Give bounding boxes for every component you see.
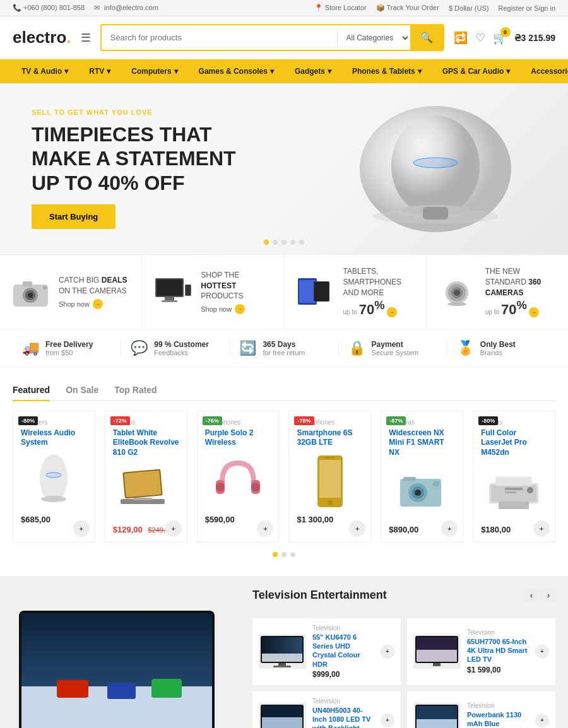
currency-selector[interactable]: $ Dollar (US) (449, 4, 489, 12)
featured-section: Featured On Sale Top Rated Speakers Wire… (0, 367, 568, 570)
tv-info-2: Television 65UH7700 65-Inch 4K Ultra HD … (467, 629, 529, 674)
add-to-cart-button[interactable]: + (165, 520, 182, 537)
chevron-down-icon: ▾ (174, 67, 178, 76)
tab-top-rated[interactable]: Top Rated (114, 380, 157, 401)
promo-card-hottest[interactable]: SHOP THE HOTTEST PRODUCTS Shop now → (142, 255, 284, 329)
wishlist-icon[interactable]: ♡ (475, 31, 485, 45)
tv-add-cart-2[interactable]: + (535, 645, 549, 659)
hero-title-line1: TIMEPIECES THAT (32, 122, 536, 146)
promo-cards: CATCH BIG DEALS ON THE CAMERAS Shop now … (0, 254, 568, 330)
discount-badge: -67% (386, 416, 406, 425)
promo-tablets-text: TABLETS, SMARTPHONES AND MORE up to 70% … (343, 266, 416, 318)
featured-tabs: Featured On Sale Top Rated (13, 380, 555, 401)
category-select[interactable]: All Categories (338, 27, 410, 49)
svg-rect-83 (417, 719, 457, 728)
svg-point-28 (41, 496, 66, 502)
discount-badge: -80% (18, 416, 38, 425)
product-actions: + (165, 520, 182, 537)
product-card-printer[interactable]: Printers Full Color LaserJet Pro M452dn … (473, 411, 555, 543)
hero-cta-button[interactable]: Start Buying (32, 204, 115, 229)
compare-icon[interactable]: 🔁 (454, 31, 468, 45)
logo-dot: . (66, 28, 71, 47)
track-order[interactable]: 📦 Track Your Order (376, 4, 439, 12)
auth-links: Register or Sign in (498, 4, 555, 12)
add-to-cart-button[interactable]: + (257, 520, 273, 537)
tv-add-cart-1[interactable]: + (381, 645, 394, 659)
hero-dot-3[interactable] (281, 240, 287, 245)
cart-icon[interactable]: 🛒 0 (493, 31, 507, 45)
feature-customer: 💬 99 % Customer Feedbacks (121, 340, 230, 356)
add-to-cart-button[interactable]: + (349, 520, 365, 537)
product-card-laptop[interactable]: Laptops Tablet White EliteBook Revolve 8… (105, 411, 187, 543)
add-to-cart-button[interactable]: + (73, 520, 90, 537)
truck-icon: 🚚 (22, 340, 39, 356)
tv-prev-button[interactable]: ‹ (524, 589, 538, 602)
product-card-speaker[interactable]: Speakers Wireless Audio System -80% $685… (13, 411, 95, 543)
feature-brands-text: Only Best Brands (480, 340, 516, 356)
logo[interactable]: electro. (13, 28, 71, 47)
nav-tv-audio[interactable]: TV & Audio ▾ (13, 59, 77, 83)
store-locator[interactable]: 📍 Store Locator (314, 4, 367, 12)
search-button[interactable]: 🔍 (410, 25, 443, 50)
svg-rect-61 (151, 679, 182, 698)
hamburger-menu[interactable]: ☰ (81, 31, 91, 45)
tv-card-4[interactable]: Television Powerbank 1130 mAh Blue $1 88… (407, 691, 555, 728)
product-card-camera[interactable]: Cameras Widescreen NX Mini F1 SMART NX -… (381, 411, 463, 543)
tv-add-cart-4[interactable]: + (535, 713, 549, 727)
add-to-cart-button[interactable]: + (441, 520, 458, 537)
feature-delivery: 🚚 Free Delivery from $50 (13, 340, 121, 356)
hero-subtitle: SELL TO GET WHAT YOU LOVE (32, 109, 536, 116)
product-card-headphones[interactable]: Headphones Purple Solo 2 Wireless -76% $… (197, 411, 280, 543)
register-link[interactable]: Register (498, 4, 524, 12)
svg-point-11 (43, 286, 47, 290)
hero-dot-1[interactable] (264, 240, 269, 245)
hero-dot-5[interactable] (299, 240, 304, 245)
product-dot-1[interactable] (273, 552, 278, 557)
nav-computers[interactable]: Computers ▾ (122, 59, 186, 83)
nav-gadgets[interactable]: Gadgets ▾ (286, 59, 340, 83)
tv-image-side (0, 576, 240, 728)
svg-point-37 (251, 483, 260, 491)
product-dot-3[interactable] (290, 552, 295, 557)
product-dot-2[interactable] (281, 552, 287, 557)
promo-card-cameras[interactable]: CATCH BIG DEALS ON THE CAMERAS Shop now … (0, 255, 142, 329)
svg-rect-75 (417, 637, 457, 650)
hero-dot-4[interactable] (290, 240, 295, 245)
svg-rect-69 (262, 654, 302, 662)
product-card-smartphone[interactable]: Smartphones Smartphone 6S 32GB LTE -78% … (288, 411, 371, 543)
header: electro. ☰ All Categories 🔍 🔁 ♡ 🛒 0 ₴3 2… (0, 16, 568, 59)
promo-hottest-text: SHOP THE HOTTEST PRODUCTS Shop now → (201, 270, 273, 314)
svg-rect-15 (162, 300, 177, 302)
svg-rect-33 (133, 498, 152, 500)
tv-next-button[interactable]: › (541, 589, 555, 602)
tv-card-2[interactable]: Television 65UH7700 65-Inch 4K Ultra HD … (407, 618, 555, 685)
product-name: Purple Solo 2 Wireless (205, 428, 271, 448)
product-actions: + (257, 520, 273, 537)
search-input[interactable] (102, 27, 337, 48)
tv-add-cart-3[interactable]: + (381, 713, 394, 727)
promo-hottest-shop[interactable]: Shop now → (201, 304, 273, 314)
nav-rtv[interactable]: RTV ▾ (80, 59, 119, 83)
promo-camera-shop[interactable]: Shop now → (59, 299, 131, 309)
arrow-icon: → (235, 304, 245, 314)
nav-phones[interactable]: Phones & Tablets ▾ (343, 59, 430, 83)
hero-dot-2[interactable] (273, 240, 278, 245)
signin-link[interactable]: Sign in (534, 4, 555, 12)
tab-featured[interactable]: Featured (13, 380, 50, 401)
tab-on-sale[interactable]: On Sale (66, 380, 98, 401)
nav-games[interactable]: Games & Consoles ▾ (190, 59, 283, 83)
main-nav: TV & Audio ▾ RTV ▾ Computers ▾ Games & C… (0, 59, 568, 83)
promo-card-tablets[interactable]: TABLETS, SMARTPHONES AND MORE up to 70% … (285, 255, 427, 329)
feature-customer-text: 99 % Customer Feedbacks (154, 340, 209, 356)
product-actions: + (349, 520, 365, 537)
nav-gps[interactable]: GPS & Car Audio ▾ (434, 59, 519, 83)
tv-card-1[interactable]: Television 55" KU6470 6 Series UHD Cryst… (252, 618, 401, 685)
add-to-cart-button[interactable]: + (533, 520, 550, 537)
svg-rect-39 (319, 460, 341, 498)
nav-accessories[interactable]: Accessories ▾ (522, 59, 568, 83)
promo-camera-text: CATCH BIG DEALS ON THE CAMERAS Shop now … (59, 275, 131, 309)
promo-card-360cam[interactable]: THE NEW STANDARD 360 CAMERAS up to 70% → (427, 255, 568, 329)
tv-card-3[interactable]: Television UN40H5003 40-Inch 1080 LED TV… (252, 691, 401, 728)
product-grid: Speakers Wireless Audio System -80% $685… (13, 411, 555, 543)
tv-thumb-4 (413, 703, 461, 728)
